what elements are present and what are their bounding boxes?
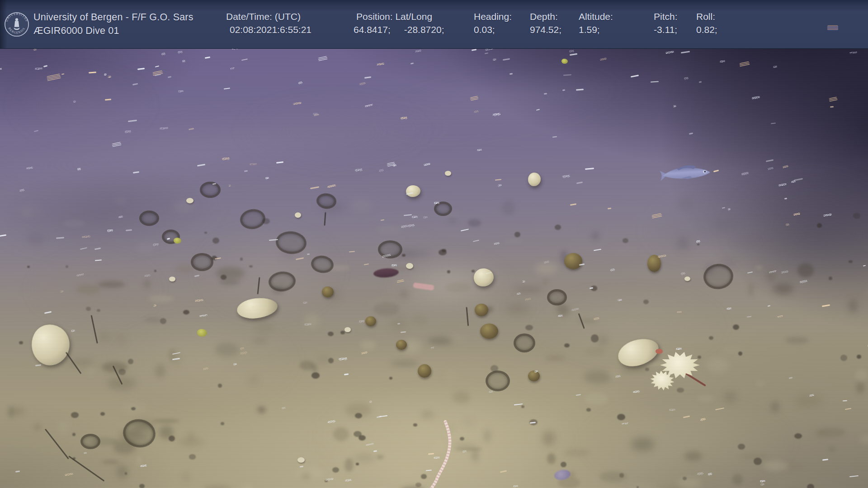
telemetry-column-roll: Roll:0.82; [696, 10, 717, 36]
ring-trace [139, 211, 159, 226]
olive-ball [480, 324, 498, 339]
marine-snow-particle [570, 53, 577, 56]
small-stone [128, 359, 134, 364]
marine-snow-particle [355, 169, 363, 171]
sediment-speckle [748, 283, 754, 296]
marine-snow-particle [495, 179, 501, 181]
small-stone [460, 437, 465, 441]
sediment-speckle [117, 465, 128, 479]
marine-snow-particle [720, 60, 726, 62]
small-stone [389, 377, 392, 380]
small-stone [72, 433, 76, 436]
small-stone [564, 343, 570, 347]
small-stone [617, 414, 625, 421]
small-stone [829, 277, 832, 280]
sediment-speckle [102, 460, 119, 465]
marine-snow-particle [35, 67, 42, 70]
marine-snow-particle [522, 281, 525, 282]
marine-snow-particle [404, 214, 412, 216]
telemetry-values-position: 64.8417;-28.8720; [354, 23, 444, 36]
marine-snow-particle [241, 59, 248, 61]
sediment-speckle [677, 197, 693, 211]
sediment-speckle [542, 278, 548, 286]
small-stone [733, 324, 739, 330]
sediment-speckle [829, 447, 835, 451]
marine-snow-particle [569, 50, 574, 53]
sediment-speckle [428, 338, 453, 344]
sediment-speckle [188, 431, 194, 443]
sediment-speckle [503, 239, 523, 244]
olive-ball [396, 340, 407, 350]
sediment-speckle [215, 343, 239, 357]
marine-snow-particle [325, 478, 334, 481]
olive-ball [322, 286, 334, 297]
marine-snow-particle [741, 172, 749, 176]
marine-snow-particle [484, 52, 488, 54]
small-stone [154, 270, 156, 272]
sediment-speckle [368, 301, 396, 305]
telemetry-label-heading: Heading: [474, 10, 512, 23]
marine-snow-particle [71, 330, 75, 332]
sediment-speckle [453, 391, 471, 404]
header-bar: UNIVERSITAS BERGENSIS University of Berg… [0, 0, 868, 49]
marine-snow-particle [224, 88, 230, 89]
marine-snow-particle [304, 323, 311, 325]
sediment-speckle [785, 337, 809, 344]
sediment-speckle [155, 364, 165, 378]
sediment-speckle [732, 474, 743, 485]
marine-snow-particle [35, 364, 41, 366]
marine-snow-particle [771, 123, 776, 124]
sediment-speckle [152, 419, 180, 423]
marine-snow-particle [381, 220, 384, 221]
yellow-sponge [197, 329, 207, 337]
small-stone [623, 238, 628, 243]
marine-snow-particle [552, 136, 557, 138]
light-pebble [295, 212, 301, 218]
marine-snow-particle [349, 251, 355, 253]
marine-snow-particle [461, 229, 469, 232]
marine-snow-particle [73, 100, 76, 103]
marine-snow-particle [473, 240, 480, 243]
marine-snow-particle [699, 81, 702, 83]
marine-snow-particle [84, 452, 87, 454]
sediment-speckle [609, 246, 635, 257]
marine-snow-particle [768, 167, 774, 170]
small-stone [332, 467, 339, 473]
ring-trace [547, 289, 567, 305]
sediment-speckle [849, 299, 857, 313]
marine-snow-particle [182, 60, 186, 62]
university-logo: UNIVERSITAS BERGENSIS [4, 11, 30, 38]
small-stone [637, 486, 639, 488]
video-artifact-glint [827, 25, 838, 30]
fish [659, 160, 714, 186]
ring-trace [80, 434, 100, 449]
small-stone [561, 462, 566, 467]
marine-snow-particle [576, 182, 583, 184]
small-stone [415, 483, 421, 487]
light-pebble [684, 277, 690, 281]
marine-snow-particle [282, 407, 286, 409]
olive-ball [528, 371, 540, 381]
sediment-speckle [413, 315, 427, 325]
small-stone [442, 249, 446, 253]
rov-video-frame: UNIVERSITAS BERGENSIS University of Berg… [0, 0, 868, 488]
dive-title: ÆGIR6000 Dive 01 [33, 24, 193, 38]
sediment-patch [235, 93, 429, 169]
small-stone [100, 412, 105, 416]
marine-snow-particle [401, 225, 408, 229]
sediment-speckle [344, 458, 353, 472]
marine-snow-particle [746, 316, 751, 318]
marine-snow-particle [393, 164, 397, 167]
marine-snow-particle [300, 466, 304, 468]
light-pebble [406, 263, 413, 269]
telemetry-value-roll: 0.82; [696, 24, 717, 35]
sediment-speckle [241, 485, 254, 488]
sediment-speckle [445, 282, 471, 293]
marine-snow-particle [585, 168, 594, 170]
sediment-speckle [312, 364, 317, 373]
telemetry-column-depth: Depth:974.52; [530, 10, 561, 36]
marine-snow-particle [497, 184, 502, 186]
logo-seal-icon: UNIVERSITAS BERGENSIS [4, 11, 30, 38]
yellow-sponge [561, 59, 568, 64]
marine-snow-particle [155, 66, 160, 68]
